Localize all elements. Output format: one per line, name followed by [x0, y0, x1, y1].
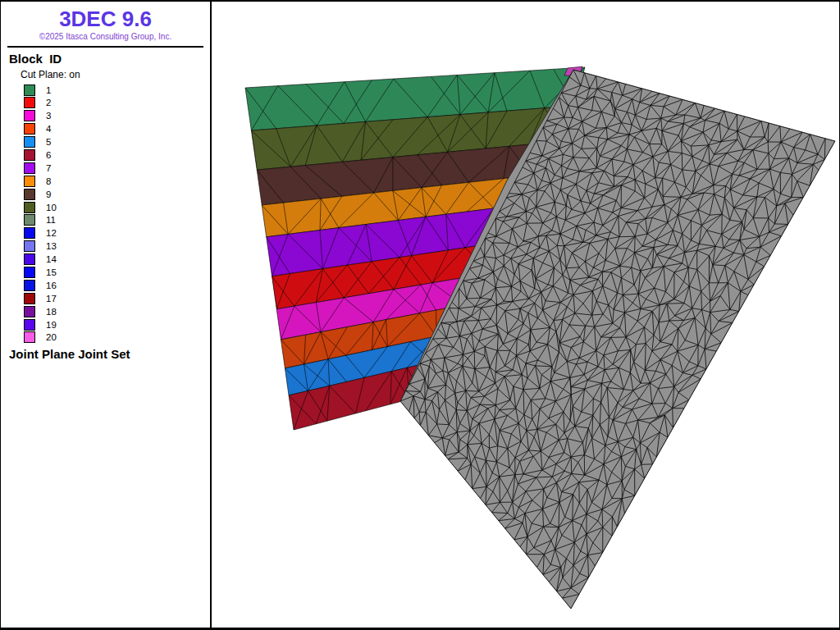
legend-item: 20 — [24, 331, 210, 345]
legend-item-label: 2 — [46, 98, 51, 107]
legend-item-label: 7 — [46, 163, 51, 173]
legend-footer-title: Joint Plane Joint Set — [9, 347, 210, 361]
legend-item: 2 — [24, 96, 210, 109]
legend-item: 5 — [24, 135, 210, 148]
legend-item-label: 18 — [46, 307, 57, 317]
legend-item: 12 — [24, 226, 210, 240]
legend-item: 16 — [24, 279, 210, 292]
legend-item-label: 3 — [46, 111, 51, 121]
legend-color-swatch — [24, 110, 35, 121]
legend-item: 14 — [24, 253, 210, 266]
legend-item-label: 17 — [46, 294, 57, 304]
legend-color-swatch — [24, 202, 35, 213]
legend-item: 15 — [24, 266, 210, 279]
legend-color-swatch — [24, 136, 35, 148]
legend-item-label: 10 — [46, 203, 57, 212]
legend-color-swatch — [24, 123, 35, 135]
legend-color-swatch — [24, 253, 35, 265]
app-window: 3DEC 9.6 ©2025 Itasca Consulting Group, … — [0, 0, 840, 630]
cut-plane-status: Cut Plane: on — [21, 69, 210, 80]
legend-item: 18 — [24, 305, 210, 318]
legend-color-swatch — [24, 280, 35, 291]
legend-item-label: 13 — [46, 241, 57, 251]
legend-item: 9 — [24, 188, 210, 201]
legend-item-label: 4 — [46, 124, 51, 134]
legend-color-swatch — [24, 240, 35, 252]
legend-item-label: 19 — [46, 320, 57, 330]
legend-color-swatch — [24, 214, 35, 226]
legend-item-label: 14 — [46, 254, 57, 264]
legend-item-label: 12 — [46, 228, 57, 238]
legend-color-swatch — [24, 189, 35, 200]
app-title: 3DEC 9.6 — [1, 7, 210, 31]
legend-section-title: Block ID — [9, 52, 210, 66]
legend-item-label: 20 — [46, 332, 57, 342]
legend-item: 10 — [24, 201, 210, 214]
legend-item: 1 — [24, 84, 210, 97]
legend-color-swatch — [24, 84, 35, 96]
legend-color-swatch — [24, 97, 35, 108]
legend-item: 17 — [24, 292, 210, 305]
legend-color-swatch — [24, 306, 35, 317]
legend-color-swatch — [24, 331, 35, 343]
legend-item-label: 1 — [46, 85, 51, 95]
legend-color-swatch — [24, 176, 35, 187]
legend-item-label: 8 — [46, 176, 51, 186]
legend-color-swatch — [24, 227, 35, 239]
legend-item-label: 11 — [46, 215, 56, 225]
separator-line — [7, 46, 203, 48]
legend-item-label: 16 — [46, 281, 57, 290]
legend-item-label: 6 — [46, 150, 51, 160]
legend-item-list: 1234567891011121314151617181920 — [24, 84, 210, 345]
legend-color-swatch — [24, 293, 35, 304]
legend-color-swatch — [24, 149, 35, 161]
legend-color-swatch — [24, 162, 35, 174]
legend-item: 7 — [24, 162, 210, 175]
legend-panel: 3DEC 9.6 ©2025 Itasca Consulting Group, … — [1, 2, 212, 628]
legend-item: 13 — [24, 240, 210, 253]
legend-color-swatch — [24, 267, 35, 278]
legend-item: 19 — [24, 318, 210, 331]
legend-item-label: 9 — [46, 189, 51, 199]
legend-color-swatch — [24, 319, 35, 331]
legend-item: 8 — [24, 175, 210, 188]
legend-item-label: 15 — [46, 267, 57, 277]
legend-item: 3 — [24, 109, 210, 122]
legend-item-label: 5 — [46, 137, 51, 147]
legend-item: 6 — [24, 148, 210, 162]
legend-item: 4 — [24, 122, 210, 135]
legend-item: 11 — [24, 214, 210, 227]
copyright-text: ©2025 Itasca Consulting Group, Inc. — [1, 32, 210, 41]
